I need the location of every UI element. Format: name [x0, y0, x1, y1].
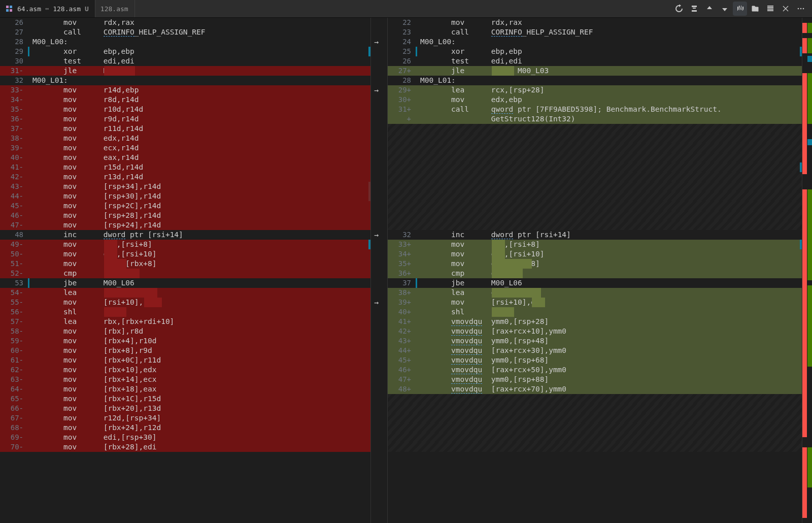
overview-marker[interactable]: [807, 23, 812, 33]
code-line: 69- mov edi,[rsp+30]: [0, 433, 370, 442]
code-line: 51- mov r12d,[rbx+8]: [0, 259, 370, 269]
code-line: 41+ vmovdqu ymm0,[rsp+28]: [388, 317, 802, 326]
code-line: 44- mov [rsp+30],r14d: [0, 191, 370, 201]
code-line: 61- mov [rbx+0C],r11d: [0, 355, 370, 365]
prev-change-icon[interactable]: [702, 2, 717, 16]
code-line: 31+ call qword ptr [7FF9ABED5398]; Bench…: [388, 105, 802, 114]
overview-marker[interactable]: [807, 38, 812, 53]
overview-marker[interactable]: [807, 139, 812, 145]
collapse-unchanged-icon[interactable]: [687, 2, 701, 16]
code-line: 32M00_L01:: [0, 76, 370, 85]
revert-icon[interactable]: [672, 2, 686, 16]
overview-marker[interactable]: [802, 447, 807, 518]
code-line: 45- mov [rsp+2C],r14d: [0, 201, 370, 211]
code-line: 60- mov [rbx+8],r9d: [0, 346, 370, 355]
code-line: 46+ vmovdqu [rax+rcx+50],ymm0: [388, 365, 802, 375]
code-line: 35- mov r10d,r14d: [0, 105, 370, 114]
overview-marker[interactable]: [802, 73, 807, 174]
overview-marker[interactable]: [802, 23, 807, 33]
svg-point-2: [803, 8, 804, 10]
code-line: 48+ vmovdqu [rax+rcx+70],ymm0: [388, 384, 802, 394]
revert-change-arrow[interactable]: →: [374, 231, 379, 240]
overview-marker[interactable]: [807, 73, 812, 124]
code-line: 23 call CORINFO_HELP_ASSIGN_REF: [388, 27, 802, 37]
code-line: 63- mov [rbx+14],ecx: [0, 375, 370, 384]
code-line: 43- mov [rsp+34],r14d: [0, 182, 370, 191]
code-line: 68- mov [rbx+24],r12d: [0, 423, 370, 433]
code-line: 49- mov rbx,[rsi+8]: [0, 240, 370, 249]
code-line: 50- mov edi,[rsi+10]: [0, 249, 370, 259]
code-line: 64- mov [rbx+18],eax: [0, 384, 370, 394]
code-line: 37- mov r11d,r14d: [0, 124, 370, 134]
code-line: 30 test edi,edi: [0, 56, 370, 66]
open-file-icon[interactable]: [748, 2, 762, 16]
code-line: 46- mov [rsp+28],r14d: [0, 211, 370, 220]
code-line: 40- mov eax,r14d: [0, 153, 370, 162]
revert-change-arrow[interactable]: →: [374, 38, 379, 47]
code-line: 27 call CORINFO_HELP_ASSIGN_REF: [0, 27, 370, 37]
more-icon[interactable]: [794, 2, 808, 16]
code-line: 26 mov rdx,rax: [0, 18, 370, 27]
diff-pane-left[interactable]: 26 mov rdx,rax27 call CORINFO_HELP_ASSIG…: [0, 18, 370, 523]
code-line: 35+ mov edx,[rax+8]: [388, 259, 802, 269]
next-change-icon[interactable]: [718, 2, 732, 16]
code-line: 32 inc dword ptr [rsi+14]: [388, 230, 802, 240]
code-line: 31- jle M00_L03: [0, 66, 370, 76]
code-line: 28M00_L00:: [0, 37, 370, 47]
code-line: 58- mov [rbx],r8d: [0, 326, 370, 336]
code-line: 42- mov r13d,r14d: [0, 172, 370, 182]
code-line: 54- lea r12d,[rdi+1]: [0, 288, 370, 298]
code-line: 47- mov [rsp+24],r14d: [0, 220, 370, 230]
code-line: 30+ mov edx,ebp: [388, 95, 802, 105]
code-line: 43+ vmovdqu ymm0,[rsp+48]: [388, 336, 802, 346]
code-line: 24M00_L00:: [388, 37, 802, 47]
code-line: 66- mov [rbx+20],r13d: [0, 404, 370, 413]
code-line: 65- mov [rbx+1C],r15d: [0, 394, 370, 404]
code-line: 34+ mov ecx,[rsi+10]: [388, 249, 802, 259]
code-line: 62- mov [rbx+10],edx: [0, 365, 370, 375]
code-line: 38- mov edx,r14d: [0, 134, 370, 143]
code-line: 44+ vmovdqu [rax+rcx+30],ymm0: [388, 346, 802, 355]
overview-marker[interactable]: [802, 285, 807, 437]
code-line: 22 mov rdx,rax: [388, 18, 802, 27]
code-line: 39- mov ecx,r14d: [0, 143, 370, 153]
tabbar-spacer: [135, 0, 672, 17]
overview-marker[interactable]: [802, 38, 807, 53]
overview-ruler[interactable]: [802, 18, 812, 523]
code-line: 27+ jle short M00_L03: [388, 66, 802, 76]
tab-inactive[interactable]: 128.asm: [95, 0, 135, 17]
tab-file-left: 64.asm: [17, 5, 41, 13]
code-line: 36- mov r9d,r14d: [0, 114, 370, 124]
code-line: 70- mov [rbx+28],edi: [0, 442, 370, 452]
code-line: 45+ vmovdqu ymm0,[rsp+68]: [388, 355, 802, 365]
overview-marker[interactable]: [807, 285, 812, 366]
overview-marker[interactable]: [807, 56, 812, 62]
revert-change-arrow[interactable]: →: [374, 86, 379, 95]
code-line: 55- mov [rsi+10],r12d: [0, 298, 370, 307]
overview-marker[interactable]: [807, 447, 812, 488]
svg-point-1: [800, 8, 802, 10]
tab-status-letter: U: [85, 5, 89, 13]
close-icon[interactable]: [779, 2, 793, 16]
code-line: 36+ cmp edx,ecx: [388, 269, 802, 278]
code-line: 29+ lea rcx,[rsp+28]: [388, 85, 802, 95]
code-line: 38+ lea edx,[rcx+1]: [388, 288, 802, 298]
toggle-whitespace-icon[interactable]: [733, 2, 747, 16]
tab-diff-active[interactable]: 64.asm ↔ 128.asm U: [0, 0, 95, 17]
code-line: 42+ vmovdqu [rax+rcx+10],ymm0: [388, 326, 802, 336]
diff-pane-right[interactable]: 22 mov rdx,rax23 call CORINFO_HELP_ASSIG…: [388, 18, 802, 523]
revert-change-arrow[interactable]: →: [374, 298, 379, 307]
split-icon[interactable]: [763, 2, 777, 16]
code-line: 33+ mov rax,[rsi+8]: [388, 240, 802, 249]
diff-gutter[interactable]: →→→→: [370, 18, 388, 523]
overview-marker[interactable]: [807, 260, 812, 276]
code-line: 39+ mov [rsi+10],edx: [388, 298, 802, 307]
code-line: 67- mov r12d,[rsp+34]: [0, 413, 370, 423]
code-line: 41- mov r15d,r14d: [0, 162, 370, 172]
overview-marker[interactable]: [802, 260, 807, 276]
diff-icon: [5, 5, 13, 13]
code-line: 26 test edi,edi: [388, 56, 802, 66]
code-line: 33- mov r14d,ebp: [0, 85, 370, 95]
code-line: 59- mov [rbx+4],r10d: [0, 336, 370, 346]
code-line: 53 jbe M00_L06: [0, 278, 370, 288]
